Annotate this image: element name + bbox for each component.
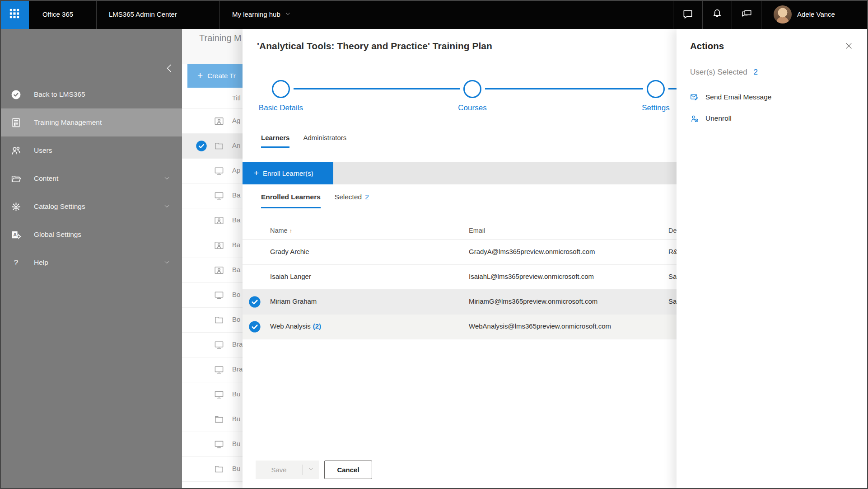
lms365-logo-icon [10,89,22,100]
chevron-down-icon [308,465,314,474]
sidebar: Back to LMS365 Training Management Users… [0,29,182,489]
plus-icon: + [197,70,203,81]
sidebar-collapse-button[interactable] [163,62,176,76]
training-plan-panel: 'Analytical Tools: Theory and Practice' … [243,29,677,489]
unenroll-icon [690,114,699,123]
check-circle-icon[interactable] [248,320,261,333]
learning-hub-menu[interactable]: My learning hub [232,0,291,29]
monitor-icon [214,190,224,201]
users-selected-label: User(s) Selected2 [690,68,758,77]
close-icon [845,42,853,52]
enroll-learners-button[interactable]: + Enroll Learner(s) [243,162,333,184]
sidebar-item-back-to-lms365[interactable]: Back to LMS365 [0,80,182,108]
tab-administrators[interactable]: Administrators [303,134,346,148]
folder-open-icon [10,173,22,184]
cell-name: Miriam Graham [270,297,319,305]
send-email-icon [690,93,699,102]
table-header: Name↑ Email De [243,223,677,240]
close-button[interactable] [844,42,854,52]
tab-enrolled-learners[interactable]: Enrolled Learners [261,193,321,208]
bell-icon [711,8,723,21]
save-options-button[interactable] [303,461,319,479]
cell-email: MiriamG@lms365preview.onmicrosoft.com [469,297,597,305]
person-card-icon [214,265,224,276]
gear-icon [10,201,22,212]
step-circle[interactable] [647,80,665,98]
toolbar-band: + Enroll Learner(s) [243,162,677,184]
global-a-icon: A [10,229,22,240]
send-email-message-action[interactable]: Send Email Message [690,92,771,103]
enrolled-selected-tabs: Enrolled Learners Selected2 [261,193,369,208]
sidebar-item-users[interactable]: Users [0,136,182,165]
title-column-header: Titl [232,94,241,102]
step-basic-details[interactable]: Basic Details [245,80,317,113]
monitor-icon [214,364,224,375]
user-name[interactable]: Adele Vance [797,0,835,29]
svg-text:?: ? [14,259,18,267]
sidebar-item-training-management[interactable]: Training Management [0,108,182,136]
chevron-down-icon [163,259,171,266]
step-circle[interactable] [272,80,290,98]
monitor-icon [214,389,224,400]
sidebar-item-help[interactable]: ? Help [0,249,182,277]
waffle-icon [9,8,20,21]
chevron-down-icon [163,175,171,182]
save-button[interactable]: Save [256,461,319,479]
chat-icon [682,8,694,21]
table-row[interactable]: Miriam Graham MiriamG@lms365preview.onmi… [243,290,677,315]
step-circle[interactable] [463,80,481,98]
topbar-divider [219,0,220,29]
cell-department: Sa [668,273,677,280]
learners-admins-tabs: Learners Administrators [261,134,346,148]
sidebar-item-catalog-settings[interactable]: Catalog Settings [0,193,182,221]
table-row[interactable]: Isaiah Langer IsaiahL@lms365preview.onmi… [243,265,677,290]
cell-name: Web Analysis(2) [270,322,321,330]
chat-button[interactable] [673,0,702,29]
actions-panel: Actions User(s) Selected2 Send Email Mes… [677,29,868,489]
training-doc-icon [10,117,22,128]
tab-selected[interactable]: Selected2 [335,193,369,208]
column-header-email: Email [469,227,485,234]
panel-title: 'Analytical Tools: Theory and Practice' … [257,41,492,52]
cell-email: WebAnalysis@lms365preview.onmicrosoft.co… [469,322,611,330]
folder-icon [214,414,224,425]
cell-name: Isaiah Langer [270,273,313,280]
monitor-icon [214,439,224,450]
cell-email: GradyA@lms365preview.onmicrosoft.com [469,248,595,255]
cancel-button[interactable]: Cancel [324,461,372,479]
cell-name: Grady Archie [270,248,312,255]
column-header-name[interactable]: Name↑ [270,227,292,234]
table-row[interactable]: Web Analysis(2) WebAnalysis@lms365previe… [243,315,677,339]
users-icon [10,145,22,156]
app-launcher-button[interactable] [0,0,29,29]
folder-icon [214,141,224,151]
chevron-down-icon [163,203,171,210]
admin-center-title: LMS365 Admin Center [109,0,177,29]
table-row[interactable]: Grady Archie GradyA@lms365preview.onmicr… [243,240,677,265]
learning-hub-label: My learning hub [232,0,280,29]
actions-title: Actions [690,41,724,52]
monitor-icon [214,339,224,350]
page-title: Training M [199,33,242,43]
folder-icon [214,315,224,325]
screen: Office 365 LMS365 Admin Center My learni… [0,0,868,489]
cell-email: IsaiahL@lms365preview.onmicrosoft.com [469,273,594,280]
feedback-button[interactable] [732,0,761,29]
monitor-icon [214,290,224,301]
notifications-button[interactable] [703,0,732,29]
sort-ascending-icon: ↑ [289,227,293,234]
column-header-department: De [668,227,677,234]
step-courses[interactable]: Courses [436,80,509,113]
check-circle-icon[interactable] [248,296,261,308]
person-card-icon [214,240,224,251]
folder-icon [214,464,224,475]
sidebar-item-content[interactable]: Content [0,165,182,193]
office-365-link[interactable]: Office 365 [42,0,73,29]
avatar[interactable] [774,5,792,24]
tab-learners[interactable]: Learners [261,134,289,148]
monitor-icon [214,165,224,176]
unenroll-action[interactable]: Unenroll [690,113,732,124]
check-circle-icon[interactable] [196,140,207,152]
help-icon: ? [10,257,22,268]
sidebar-item-global-settings[interactable]: A Global Settings [0,221,182,249]
